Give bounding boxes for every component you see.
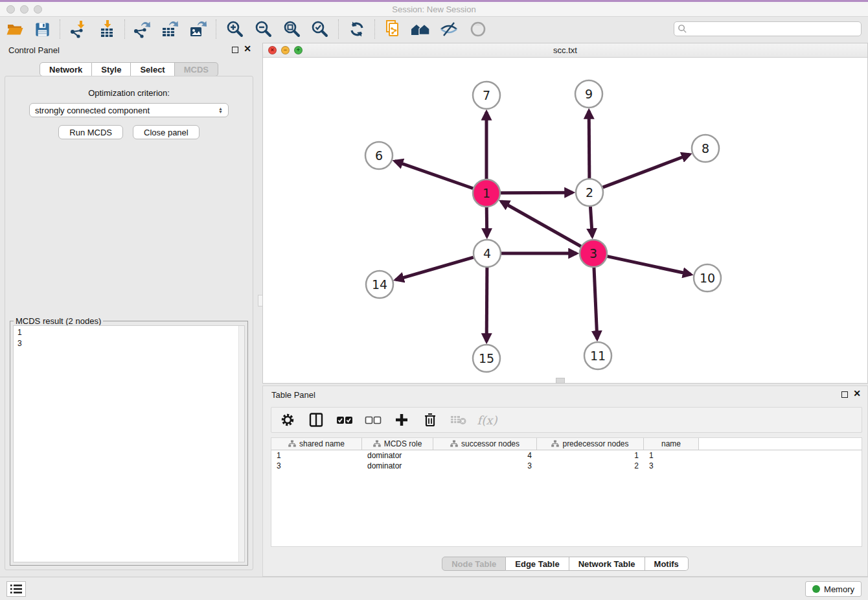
zoom-in-button[interactable] — [223, 17, 247, 41]
criterion-dropdown[interactable]: strongly connected component ▲▼ — [29, 103, 229, 117]
plus-icon — [394, 413, 409, 427]
column-header-name[interactable]: name — [644, 438, 699, 450]
tab-node-table[interactable]: Node Table — [442, 557, 506, 571]
table-cell: dominator — [362, 461, 433, 471]
import-network-button[interactable] — [67, 17, 90, 41]
column-header-predecessor-nodes[interactable]: predecessor nodes — [537, 438, 644, 450]
export-table-icon — [161, 19, 180, 39]
node-label: 8 — [702, 141, 709, 156]
import-table-icon — [98, 19, 118, 39]
node-15[interactable]: 15 — [473, 345, 500, 372]
eye-icon — [469, 20, 487, 38]
toolbar-separator — [124, 19, 125, 39]
mcds-result-title: MCDS result (2 nodes) — [14, 316, 103, 326]
mcds-result-list[interactable]: 1 3 — [13, 325, 245, 562]
float-table-panel-icon[interactable] — [841, 391, 848, 398]
column-header-shared-name[interactable]: shared name — [271, 438, 362, 450]
table-panel-header: Table Panel ✕ — [263, 386, 867, 403]
column-header-MCDS-role[interactable]: MCDS role — [362, 438, 433, 450]
node-label: 1 — [483, 186, 490, 200]
task-history-button[interactable] — [6, 581, 26, 597]
tab-style[interactable]: Style — [92, 62, 131, 76]
delete-table-button[interactable] — [449, 410, 468, 430]
column-type-icon — [450, 440, 458, 448]
tab-network-table[interactable]: Network Table — [569, 557, 645, 571]
function-builder-button[interactable]: f(x) — [477, 410, 497, 430]
search-input[interactable] — [687, 25, 861, 34]
toolbar-separator — [374, 19, 375, 39]
edge-3-10[interactable] — [608, 257, 691, 275]
network-canvas[interactable]: 7968124314101511 — [263, 58, 867, 383]
edge-3-11[interactable] — [594, 268, 597, 339]
import-table-button[interactable] — [97, 17, 120, 41]
edge-2-3[interactable] — [590, 207, 592, 237]
tab-motifs[interactable]: Motifs — [645, 557, 689, 571]
node-label: 11 — [590, 349, 606, 363]
node-8[interactable]: 8 — [692, 135, 719, 162]
export-image-button[interactable] — [187, 17, 210, 41]
open-session-button[interactable] — [3, 17, 27, 41]
edge-4-14[interactable] — [396, 257, 474, 280]
export-table-button[interactable] — [159, 17, 182, 41]
tab-network[interactable]: Network — [40, 62, 92, 76]
edge-2-9[interactable] — [589, 111, 589, 178]
column-settings-button[interactable] — [278, 410, 297, 430]
toolbar-separator — [338, 19, 339, 39]
table-row[interactable]: 1dominator411 — [271, 450, 862, 461]
apply-layout-button[interactable] — [345, 17, 369, 41]
node-7[interactable]: 7 — [473, 82, 500, 109]
edge-3-1[interactable] — [501, 202, 581, 246]
tab-select[interactable]: Select — [131, 62, 174, 76]
deselect-all-columns-button[interactable] — [363, 410, 383, 430]
show-hide-graphics-button[interactable] — [437, 17, 461, 41]
edge-1-2[interactable] — [501, 192, 573, 193]
birds-eye-view-button[interactable] — [466, 17, 490, 41]
zoom-selected-icon — [310, 19, 330, 39]
tab-edge-table[interactable]: Edge Table — [506, 557, 569, 571]
select-all-columns-button[interactable] — [335, 410, 354, 430]
node-2[interactable]: 2 — [576, 179, 603, 206]
node-14[interactable]: 14 — [366, 271, 393, 298]
save-session-button[interactable] — [30, 17, 54, 41]
close-panel-button[interactable]: Close panel — [133, 125, 200, 139]
criterion-value: strongly connected component — [35, 106, 218, 115]
zoom-fit-button[interactable] — [280, 17, 304, 41]
show-column-panel-button[interactable] — [306, 410, 326, 430]
column-header-successor-nodes[interactable]: successor nodes — [433, 438, 537, 450]
node-4[interactable]: 4 — [474, 240, 501, 267]
first-neighbors-button[interactable] — [409, 17, 432, 41]
add-column-button[interactable] — [392, 410, 411, 430]
memory-button[interactable]: Memory — [805, 581, 862, 597]
float-panel-icon[interactable] — [232, 47, 238, 53]
eye-slash-icon — [439, 20, 459, 38]
horizontal-splitter-handle[interactable] — [556, 378, 565, 384]
tab-mcds[interactable]: MCDS — [175, 62, 218, 76]
run-mcds-button[interactable]: Run MCDS — [58, 125, 123, 139]
edge-4-15[interactable] — [486, 268, 487, 341]
export-network-button[interactable] — [130, 17, 154, 41]
node-3[interactable]: 3 — [580, 240, 607, 267]
node-6[interactable]: 6 — [365, 142, 393, 169]
scrollbar[interactable] — [238, 326, 244, 562]
node-11[interactable]: 11 — [584, 342, 611, 369]
delete-columns-button[interactable] — [420, 410, 440, 430]
node-label: 9 — [585, 87, 593, 101]
edge-1-6[interactable] — [395, 161, 474, 189]
edge-2-8[interactable] — [603, 154, 690, 187]
toolbar-separator — [60, 19, 60, 39]
network-window-titlebar[interactable]: × − + scc.txt — [263, 43, 867, 58]
table-cell: 4 — [433, 450, 537, 461]
zoom-selected-button[interactable] — [308, 17, 332, 41]
search-field[interactable] — [674, 21, 862, 36]
network-view-window: × − + scc.txt 7968124314101511 — [262, 43, 868, 384]
save-disk-icon — [34, 21, 51, 38]
node-1[interactable]: 1 — [473, 179, 500, 207]
node-10[interactable]: 10 — [694, 264, 721, 292]
clone-network-button[interactable] — [381, 17, 404, 41]
search-icon — [678, 24, 687, 34]
node-9[interactable]: 9 — [575, 80, 602, 108]
close-table-panel-icon[interactable]: ✕ — [853, 389, 861, 398]
zoom-out-button[interactable] — [252, 17, 275, 41]
table-row[interactable]: 3dominator323 — [271, 461, 862, 471]
close-panel-icon[interactable]: ✕ — [244, 44, 251, 53]
